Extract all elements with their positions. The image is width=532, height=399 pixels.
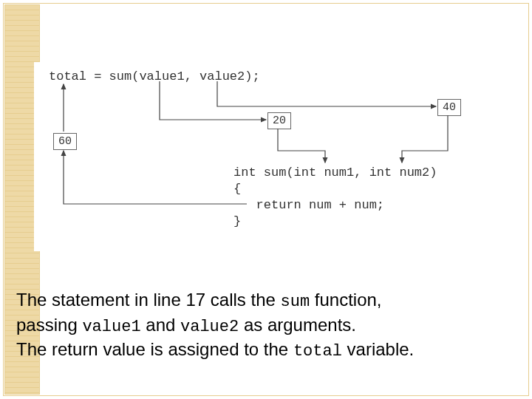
caption-l2-d: value2 [180, 318, 239, 336]
diagram-panel: total = sum(value1, value2); int sum(int… [34, 62, 501, 251]
caption-l2-b: value1 [82, 318, 140, 336]
caption-l2-c: and [141, 315, 180, 335]
caption-l3-a: The return value is assigned to the [16, 339, 293, 359]
caption-line-2: passing value1 and value2 as arguments. [16, 313, 511, 338]
caption-line-1: The statement in line 17 calls the sum f… [16, 288, 511, 313]
caption-l1-a: The statement in line 17 calls the [16, 290, 281, 310]
flow-arrows [34, 62, 501, 251]
caption-l3-c: variable. [342, 339, 414, 359]
value-box-arg2: 40 [437, 99, 461, 116]
caption-l1-c: function, [310, 290, 381, 310]
value-box-arg1: 20 [267, 112, 291, 129]
caption-paragraph: The statement in line 17 calls the sum f… [16, 288, 511, 363]
code-call-line: total = sum(value1, value2); [49, 69, 260, 83]
code-brace-open: { [233, 182, 241, 196]
caption-l2-a: passing [16, 315, 82, 335]
caption-l3-b: total [293, 342, 342, 361]
code-return-line: return num + num; [233, 198, 384, 212]
caption-l2-e: as arguments. [239, 315, 356, 335]
code-brace-close: } [233, 214, 241, 228]
caption-line-3: The return value is assigned to the tota… [16, 338, 511, 363]
code-fn-signature: int sum(int num1, int num2) [233, 166, 437, 180]
caption-l1-b: sum [281, 293, 310, 311]
value-box-result: 60 [53, 133, 77, 150]
